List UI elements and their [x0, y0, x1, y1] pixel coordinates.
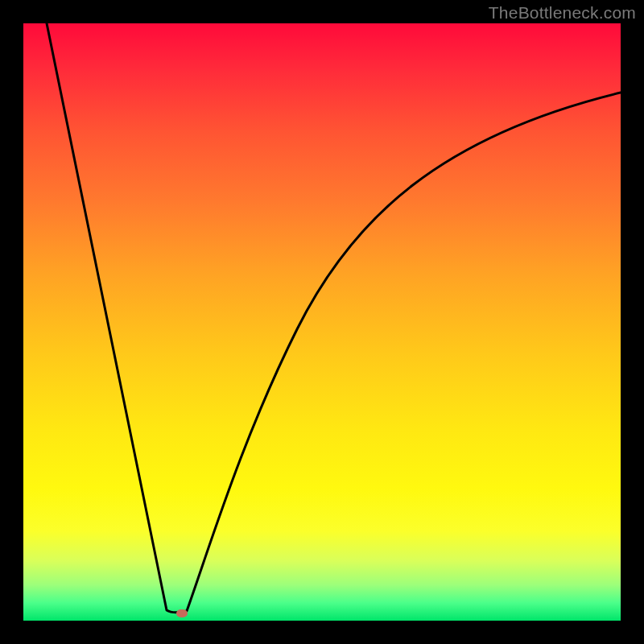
plot-area: [23, 23, 621, 621]
optimum-marker: [176, 609, 188, 617]
curve-svg: [23, 23, 621, 621]
bottleneck-curve: [47, 23, 621, 613]
chart-frame: TheBottleneck.com: [0, 0, 644, 644]
watermark-text: TheBottleneck.com: [489, 3, 636, 23]
